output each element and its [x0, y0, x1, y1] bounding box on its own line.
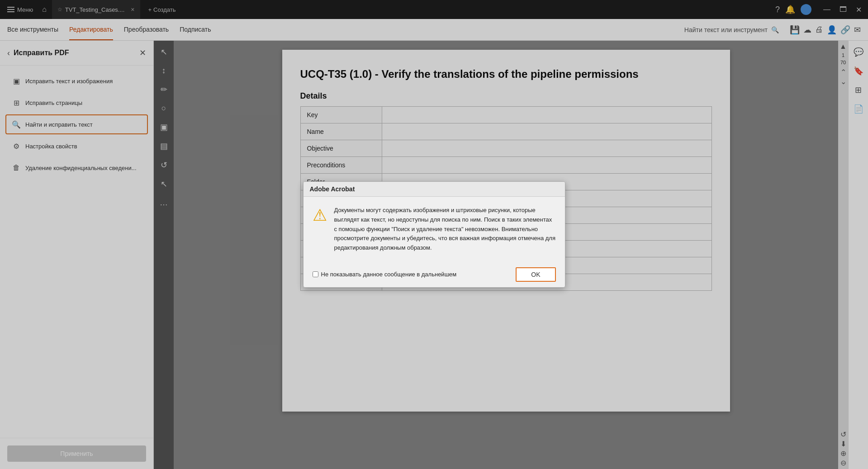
- dialog-checkbox-label[interactable]: Не показывать данное сообщение в дальней…: [313, 271, 457, 278]
- dialog-body: ⚠ Документы могут содержать изображения …: [304, 197, 565, 262]
- dialog-checkbox-text: Не показывать данное сообщение в дальней…: [321, 271, 457, 278]
- dialog-warning-icon: ⚠: [313, 206, 327, 253]
- dialog-ok-button[interactable]: OK: [516, 267, 555, 282]
- dialog-checkbox-input[interactable]: [313, 271, 318, 277]
- dialog-title: Adobe Acrobat: [304, 182, 565, 197]
- dialog-overlay: Adobe Acrobat ⚠ Документы могут содержат…: [0, 0, 868, 469]
- dialog-box: Adobe Acrobat ⚠ Документы могут содержат…: [303, 181, 565, 288]
- dialog-message: Документы могут содержать изображения и …: [334, 206, 556, 253]
- dialog-footer: Не показывать данное сообщение в дальней…: [304, 262, 565, 287]
